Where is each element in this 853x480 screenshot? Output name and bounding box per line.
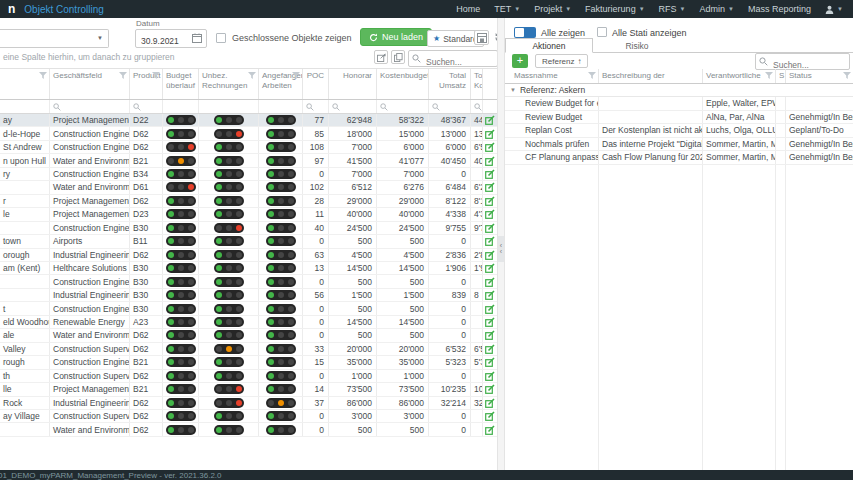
column-header-kostenbudget[interactable]: Kostenbudget: [377, 69, 429, 99]
table-row[interactable]: rough Construction Engineering B21 15 35…: [0, 356, 497, 369]
table-row[interactable]: town Airports B11 0 500 500 0: [0, 235, 497, 248]
calendar-icon[interactable]: [192, 33, 202, 43]
date-input[interactable]: [136, 34, 187, 49]
edit-row-icon[interactable]: [485, 182, 495, 192]
table-row[interactable]: n upon Hull Water and Environment B21 97…: [0, 154, 497, 167]
edit-row-icon[interactable]: [485, 344, 495, 354]
filter-icon[interactable]: [765, 72, 773, 80]
column-header-budget-ueberlauf[interactable]: Budget überlauf: [163, 69, 199, 99]
column-header-unbez-rechnungen[interactable]: Unbez. Rechnungen: [199, 69, 259, 99]
group-by-bar[interactable]: eine Spalte hierhin, um danach zu gruppi…: [0, 48, 497, 68]
column-header-geschaeftsfeld[interactable]: Geschäftsfeld: [50, 69, 130, 99]
filter-cell[interactable]: [259, 100, 303, 113]
menu-fakturierung[interactable]: Fakturierung▼: [585, 4, 644, 14]
menu-rfs[interactable]: RFS▼: [659, 4, 686, 14]
column-header-name[interactable]: [0, 69, 50, 99]
filter-icon[interactable]: [588, 72, 596, 80]
export-table-button[interactable]: [374, 50, 388, 64]
menu-tet[interactable]: TET▼: [494, 4, 520, 14]
save-layout-button[interactable]: [474, 30, 489, 45]
table-row[interactable]: ay Project Management D22 77 62'948 58'3…: [0, 114, 497, 127]
action-row[interactable]: CF Planung anpassen für... Cash Flow Pla…: [505, 151, 853, 165]
edit-row-icon[interactable]: [485, 169, 495, 179]
filter-icon[interactable]: [843, 72, 851, 80]
table-row[interactable]: ale Water and Environment D62 0 500 500 …: [0, 329, 497, 342]
add-action-button[interactable]: +: [512, 54, 528, 68]
menu-home[interactable]: Home: [456, 4, 480, 14]
action-row[interactable]: Review Budget AlNa, Par, AlNa Genehmigt/…: [505, 111, 853, 125]
menu-admin[interactable]: Admin▼: [700, 4, 734, 14]
column-header-honorar[interactable]: Honorar: [329, 69, 377, 99]
tab-aktionen[interactable]: Aktionen: [505, 38, 593, 53]
edit-row-icon[interactable]: [485, 129, 495, 139]
filter-cell[interactable]: [0, 100, 50, 113]
table-row[interactable]: th Construction Supervision D62 0 1'000 …: [0, 370, 497, 383]
panel-splitter[interactable]: ‹‹: [497, 18, 505, 470]
filter-cell[interactable]: [303, 100, 329, 113]
edit-row-icon[interactable]: [485, 196, 495, 206]
column-header-produkt[interactable]: Produkt: [130, 69, 163, 99]
filter-cell[interactable]: [377, 100, 429, 113]
table-row[interactable]: ry Construction Engineering B34 0 7'000 …: [0, 168, 497, 181]
reload-button[interactable]: Neu laden: [360, 28, 432, 46]
menu-mass-reporting[interactable]: Mass Reporting: [748, 4, 811, 14]
column-header-angefangene-arbeiten[interactable]: Angefangene Arbeiten: [259, 69, 303, 99]
column-header-total-kosten[interactable]: Total Kosten: [471, 69, 483, 99]
filter-cell[interactable]: [471, 100, 483, 113]
filter-cell[interactable]: [199, 100, 259, 113]
edit-row-icon[interactable]: [485, 411, 495, 421]
edit-row-icon[interactable]: [485, 250, 495, 260]
user-menu[interactable]: ▼: [825, 5, 843, 14]
edit-row-icon[interactable]: [485, 398, 495, 408]
edit-row-icon[interactable]: [485, 317, 495, 327]
edit-row-icon[interactable]: [485, 357, 495, 367]
edit-row-icon[interactable]: [485, 223, 495, 233]
filter-icon[interactable]: [39, 72, 47, 80]
filter-cell[interactable]: [163, 100, 199, 113]
closed-objects-checkbox[interactable]: [216, 33, 226, 43]
menu-projekt[interactable]: Projekt▼: [534, 4, 571, 14]
edit-row-icon[interactable]: [485, 371, 495, 381]
filter-icon[interactable]: [152, 72, 160, 80]
column-header-status[interactable]: Status: [786, 69, 853, 83]
edit-row-icon[interactable]: [485, 263, 495, 273]
edit-row-icon[interactable]: [485, 425, 495, 435]
edit-row-icon[interactable]: [485, 330, 495, 340]
table-row[interactable]: le Project Management D23 11 40'000 40'0…: [0, 208, 497, 221]
column-header-massnahme[interactable]: Massnahme: [511, 69, 599, 83]
table-row[interactable]: am (Kent) Helthcare Solutions B30 13 14'…: [0, 262, 497, 275]
table-row[interactable]: St Andrew Construction Engineering D62 1…: [0, 141, 497, 154]
filter-cell[interactable]: [50, 100, 130, 113]
table-row[interactable]: eld Woodhouse Renewable Energy A23 0 14'…: [0, 316, 497, 329]
object-filter-select[interactable]: ▼: [0, 29, 109, 48]
action-row[interactable]: Nochmals prüfen Das interne Projekt "Dig…: [505, 138, 853, 152]
table-row[interactable]: Construction Engineering B30 0 500 500 0: [0, 275, 497, 288]
column-header-s[interactable]: S: [776, 69, 786, 83]
filter-icon[interactable]: [248, 72, 256, 80]
collapse-panel-handle[interactable]: ‹‹: [498, 236, 504, 262]
table-row[interactable]: Construction Engineering B30 40 24'500 2…: [0, 222, 497, 235]
table-row[interactable]: orough Industrial Engineering D62 63 4'5…: [0, 249, 497, 262]
edit-row-icon[interactable]: [485, 384, 495, 394]
column-header-poc[interactable]: POC: [303, 69, 329, 99]
edit-row-icon[interactable]: [485, 142, 495, 152]
table-row[interactable]: d-le-Hope Construction Engineering D62 8…: [0, 127, 497, 140]
edit-row-icon[interactable]: [485, 290, 495, 300]
action-row[interactable]: Review Budget for emer... Epple, Walter,…: [505, 97, 853, 111]
edit-row-icon[interactable]: [485, 277, 495, 287]
table-row[interactable]: Water and Environment D61 102 6'512 6'27…: [0, 181, 497, 194]
column-header-beschreibung[interactable]: Beschreibung der Massnahme: [599, 69, 703, 83]
copy-table-button[interactable]: [391, 50, 405, 64]
table-row[interactable]: Rock Industrial Engineering D62 37 86'00…: [0, 397, 497, 410]
table-row[interactable]: r Project Management D62 28 29'000 29'00…: [0, 195, 497, 208]
edit-row-icon[interactable]: [485, 156, 495, 166]
table-row[interactable]: lle Project Management B21 14 73'500 73'…: [0, 383, 497, 396]
filter-cell[interactable]: [329, 100, 377, 113]
edit-row-icon[interactable]: [485, 209, 495, 219]
filter-cell[interactable]: [429, 100, 471, 113]
filter-icon[interactable]: [119, 72, 127, 80]
table-row[interactable]: Valley Construction Supervision D62 33 2…: [0, 343, 497, 356]
sort-by-referenz-chip[interactable]: Referenz↑: [535, 54, 588, 68]
column-header-total-umsatz[interactable]: Total Umsatz: [429, 69, 471, 99]
edit-row-icon[interactable]: [485, 304, 495, 314]
